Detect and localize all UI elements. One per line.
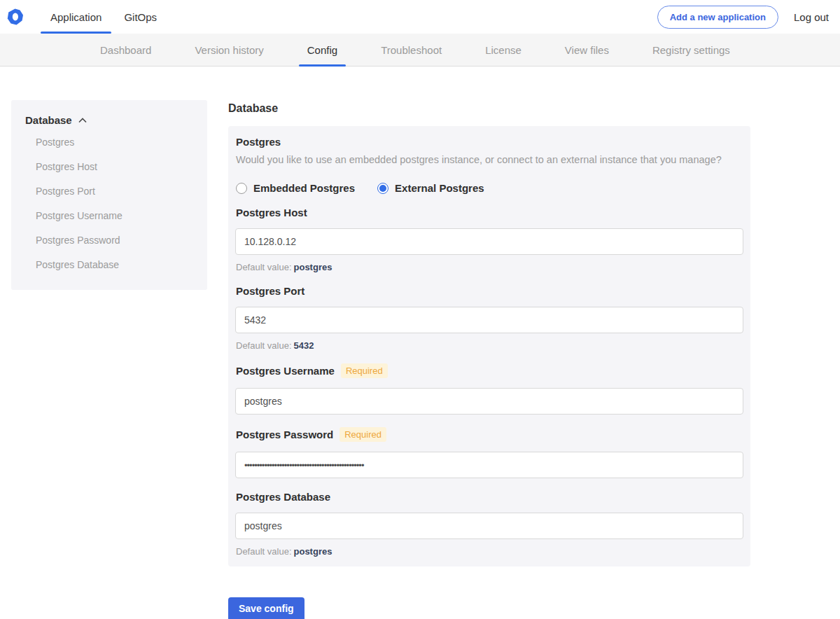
field-label-postgres-password: Postgres Password Required	[236, 427, 743, 442]
group-title: Postgres	[236, 136, 743, 148]
default-value-label: Default value:	[236, 340, 292, 351]
top-nav: Application GitOps Add a new application…	[0, 0, 840, 34]
field-label-text: Postgres Host	[236, 207, 307, 218]
tab-version-history[interactable]: Version history	[195, 34, 263, 67]
postgres-host-input[interactable]	[235, 228, 743, 255]
radio-embedded-postgres[interactable]: Embedded Postgres	[236, 182, 355, 194]
nav-tab-application[interactable]: Application	[39, 0, 113, 34]
tab-config[interactable]: Config	[307, 34, 337, 67]
tab-registry-settings[interactable]: Registry settings	[652, 34, 730, 67]
default-value-label: Default value:	[236, 546, 292, 557]
chevron-up-icon	[78, 118, 87, 123]
add-application-button[interactable]: Add a new application	[657, 6, 778, 29]
app-sub-nav: Dashboard Version history Config Trouble…	[0, 34, 840, 67]
postgres-password-input[interactable]	[235, 452, 743, 478]
group-help-text: Would you like to use an embedded postgr…	[236, 154, 743, 165]
tab-license[interactable]: License	[485, 34, 522, 67]
sidebar-item-postgres-host[interactable]: Postgres Host	[18, 155, 200, 179]
logout-button[interactable]: Log out	[794, 11, 829, 23]
tab-dashboard[interactable]: Dashboard	[100, 34, 151, 67]
config-page: Database Postgres Postgres Host Postgres…	[0, 67, 840, 619]
tab-view-files[interactable]: View files	[565, 34, 609, 67]
radio-label: Embedded Postgres	[253, 182, 355, 194]
field-label-text: Postgres Database	[236, 491, 330, 503]
sidebar-item-postgres-port[interactable]: Postgres Port	[18, 179, 200, 204]
sidebar-item-postgres[interactable]: Postgres	[18, 130, 200, 155]
sidebar-group-database[interactable]: Database	[18, 114, 200, 126]
postgres-port-input[interactable]	[235, 307, 743, 333]
config-group-panel: Postgres Would you like to use an embedd…	[228, 126, 750, 566]
config-main: Database Postgres Would you like to use …	[228, 100, 750, 619]
sidebar-item-postgres-database[interactable]: Postgres Database	[18, 253, 200, 277]
default-value-row: Default value:postgres	[236, 262, 743, 272]
default-value-label: Default value:	[236, 262, 292, 272]
radio-circle-icon[interactable]	[236, 183, 247, 194]
radio-label: External Postgres	[395, 182, 484, 194]
nav-tab-gitops[interactable]: GitOps	[113, 0, 168, 34]
field-label-text: Postgres Port	[236, 285, 304, 297]
postgres-type-radio-group: Embedded Postgres External Postgres	[236, 182, 743, 194]
sidebar-item-postgres-password[interactable]: Postgres Password	[18, 228, 200, 253]
sidebar-item-postgres-username[interactable]: Postgres Username	[18, 204, 200, 228]
config-sidebar: Database Postgres Postgres Host Postgres…	[11, 100, 207, 290]
field-label-postgres-database: Postgres Database	[236, 491, 743, 503]
postgres-username-input[interactable]	[235, 388, 743, 415]
default-value: postgres	[294, 546, 332, 557]
default-value-row: Default value:postgres	[236, 546, 743, 557]
field-label-text: Postgres Username	[236, 365, 335, 377]
field-label-postgres-port: Postgres Port	[236, 285, 743, 297]
field-label-postgres-host: Postgres Host	[236, 207, 743, 218]
required-badge: Required	[340, 427, 386, 442]
tab-troubleshoot[interactable]: Troubleshoot	[381, 34, 442, 67]
app-logo-icon	[7, 8, 24, 25]
required-badge: Required	[341, 363, 388, 378]
sidebar-group-label: Database	[25, 114, 72, 126]
default-value: postgres	[294, 262, 332, 272]
radio-external-postgres[interactable]: External Postgres	[377, 182, 484, 194]
radio-circle-icon[interactable]	[377, 183, 388, 194]
postgres-database-input[interactable]	[235, 513, 743, 539]
save-config-button[interactable]: Save config	[228, 597, 304, 619]
field-label-postgres-username: Postgres Username Required	[236, 363, 743, 378]
field-label-text: Postgres Password	[236, 429, 333, 440]
page-title: Database	[228, 102, 750, 115]
default-value-row: Default value:5432	[236, 340, 743, 351]
default-value: 5432	[294, 340, 314, 351]
